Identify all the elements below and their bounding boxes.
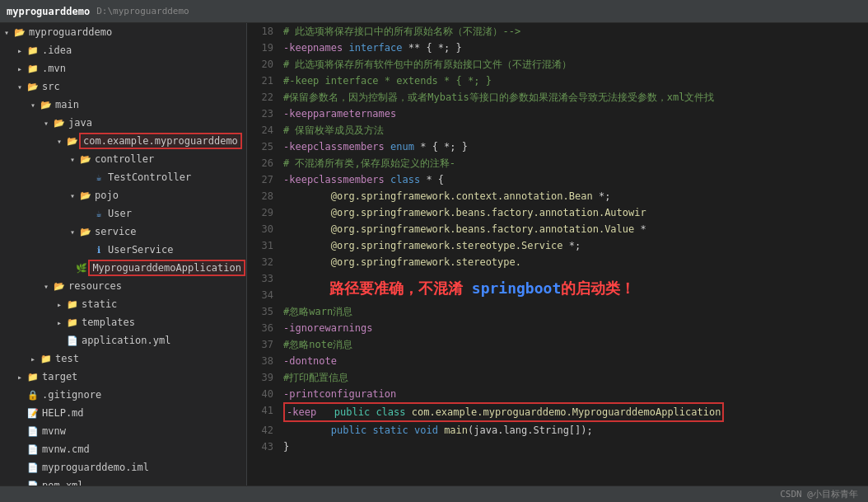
tree-arrow: ▸ [13, 46, 26, 55]
top-bar: myproguarddemo D:\myproguarddemo [0, 0, 868, 23]
tree-label-pojo: pojo [95, 190, 119, 201]
line-content: #打印配置信息 [280, 369, 868, 386]
tree-label-mvnwcmd: mvnw.cmd [42, 443, 90, 455]
tree-label-static: static [82, 298, 117, 310]
tree-item-pojo[interactable]: ▾📂pojo [0, 186, 246, 204]
tree-item-main[interactable]: ▾📂main [0, 96, 246, 114]
line-content [280, 270, 868, 287]
code-line-37: 37#忽略note消息 [247, 336, 868, 353]
line-content: #忽略note消息 [280, 336, 868, 353]
tree-arrow: ▾ [13, 82, 26, 91]
file-icon-folder-open: 📂 [53, 117, 66, 129]
tree-label-myproiml: myproguarddemo.iml [42, 462, 149, 473]
code-line-43: 43} [247, 439, 868, 455]
tree-item-user[interactable]: ☕User [0, 204, 246, 223]
tree-label-java: java [68, 117, 92, 129]
line-number: 34 [247, 287, 280, 303]
line-number: 32 [247, 254, 280, 270]
line-content: @org.springframework.stereotype. [280, 254, 868, 270]
code-line-32: 32 @org.springframework.stereotype. [247, 254, 868, 270]
file-icon-folder-open: 📂 [13, 26, 26, 38]
code-line-24: 24# 保留枚举成员及方法 [247, 122, 868, 138]
code-table: 18# 此选项将保存接口中的所有原始名称（不混渚）-->19-keepnames… [247, 23, 868, 455]
tree-item-static[interactable]: ▸📁static [0, 295, 246, 313]
tree-item-idea[interactable]: ▸📁.idea [0, 41, 246, 59]
tree-arrow: ▾ [66, 228, 79, 237]
line-content: #-keep interface * extends * { *; } [280, 73, 868, 89]
line-number: 25 [247, 138, 280, 155]
tree-arrow: ▸ [26, 354, 40, 364]
tree-label-src: src [42, 81, 60, 92]
tree-item-service[interactable]: ▾📂service [0, 223, 246, 241]
tree-item-test[interactable]: ▸📁test [0, 350, 246, 368]
line-content: -keepparameternames [280, 106, 868, 122]
line-content: @org.springframework.beans.factory.annot… [280, 204, 868, 221]
file-tree[interactable]: ▾📂myproguarddemo▸📁.idea▸📁.mvn▾📂src▾📂main… [0, 23, 247, 486]
tree-item-com[interactable]: ▾📂com.example.myproguarddemo [0, 132, 246, 150]
tree-item-myproapp[interactable]: 🌿MyproguarddemoApplication [0, 259, 246, 277]
code-line-18: 18# 此选项将保存接口中的所有原始名称（不混渚）--> [247, 23, 868, 40]
line-content: -keep public class com.example.myproguar… [280, 402, 868, 422]
code-editor[interactable]: 路径要准确，不混淆 springboot的启动类！ 18# 此选项将保存接口中的… [247, 23, 868, 486]
tree-item-src[interactable]: ▾📂src [0, 77, 246, 96]
line-number: 37 [247, 336, 280, 353]
line-number: 29 [247, 204, 280, 221]
code-line-23: 23-keepparameternames [247, 106, 868, 122]
line-number: 21 [247, 73, 280, 89]
code-line-25: 25-keepclassmembers enum * { *; } [247, 138, 868, 155]
line-number: 31 [247, 237, 280, 254]
tree-item-resources[interactable]: ▾📂resources [0, 277, 246, 295]
tree-item-root[interactable]: ▾📂myproguarddemo [0, 23, 246, 41]
code-line-34: 34 [247, 287, 868, 303]
tree-item-templates[interactable]: ▸📁templates [0, 313, 246, 331]
tree-item-java[interactable]: ▾📂java [0, 114, 246, 132]
line-content: # 此选项将保存接口中的所有原始名称（不混渚）--> [280, 23, 868, 40]
line-number: 30 [247, 221, 280, 237]
tree-label-root: myproguarddemo [29, 26, 112, 38]
code-line-38: 38-dontnote [247, 353, 868, 369]
line-content: #忽略warn消息 [280, 303, 868, 320]
line-content: @org.springframework.stereotype.Service … [280, 237, 868, 254]
file-icon-folder-open: 📂 [53, 280, 66, 292]
code-line-19: 19-keepnames interface ** { *; } [247, 40, 868, 56]
line-number: 23 [247, 106, 280, 122]
tree-item-helpmd[interactable]: 📝HELP.md [0, 404, 246, 422]
bottom-bar: CSDN @小目标青年 [0, 486, 868, 502]
tree-item-mvnw[interactable]: 📄mvnw [0, 422, 246, 440]
tree-item-appyml[interactable]: 📄application.yml [0, 331, 246, 350]
file-icon-yml: 📄 [66, 335, 79, 346]
file-icon-folder-open: 📂 [26, 81, 40, 92]
file-icon-folder-open: 📂 [79, 153, 92, 165]
tree-arrow: ▾ [40, 282, 53, 291]
tree-label-myproapp: MyproguarddemoApplication [91, 262, 243, 274]
tree-label-mvnw: mvnw [42, 425, 66, 437]
file-icon-iml: 📄 [26, 462, 40, 473]
tree-arrow: ▸ [13, 373, 26, 382]
line-number: 38 [247, 353, 280, 369]
code-line-27: 27-keepclassmembers class * { [247, 171, 868, 188]
line-number: 35 [247, 303, 280, 320]
line-number: 33 [247, 270, 280, 287]
line-number: 39 [247, 369, 280, 386]
tree-item-target[interactable]: ▸📁target [0, 368, 246, 386]
tree-item-myproiml[interactable]: 📄myproguarddemo.iml [0, 458, 246, 476]
tree-item-mvn[interactable]: ▸📁.mvn [0, 59, 246, 77]
tree-label-mvn: .mvn [42, 63, 66, 74]
line-number: 26 [247, 155, 280, 171]
tree-item-userservice[interactable]: ℹUserService [0, 241, 246, 259]
tree-arrow: ▾ [66, 191, 79, 200]
tree-item-testcontroller[interactable]: ☕TestController [0, 168, 246, 186]
tree-item-mvnwcmd[interactable]: 📄mvnw.cmd [0, 440, 246, 458]
line-content: -ignorewarnings [280, 320, 868, 336]
line-content: @org.springframework.beans.factory.annot… [280, 221, 868, 237]
line-number: 20 [247, 56, 280, 73]
tree-item-pomxml[interactable]: 📄pom.xml [0, 476, 246, 486]
tree-item-controller[interactable]: ▾📂controller [0, 150, 246, 168]
line-content: # 此选项将保存所有软件包中的所有原始接口文件（不进行混淆） [280, 56, 868, 73]
code-line-35: 35#忽略warn消息 [247, 303, 868, 320]
tree-label-resources: resources [68, 280, 122, 292]
tree-arrow: ▾ [66, 155, 79, 164]
file-icon-folder-closed: 📁 [40, 353, 53, 364]
tree-item-gitignore[interactable]: 🔒.gitignore [0, 386, 246, 404]
line-content: # 不混淆所有类,保存原始定义的注释- [280, 155, 868, 171]
